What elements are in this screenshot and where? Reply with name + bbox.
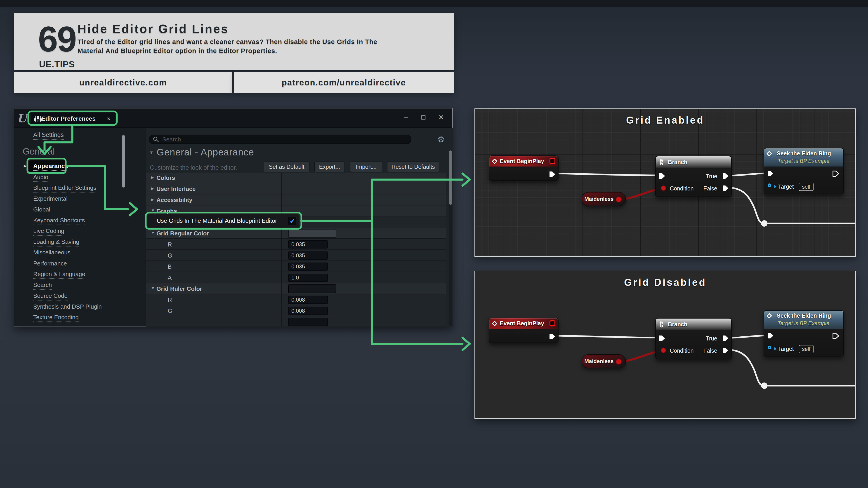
use-grids-checkbox[interactable]: ✔	[288, 217, 296, 225]
maidenless-variable-node[interactable]: Maidenless	[582, 354, 626, 368]
tab-editor-preferences[interactable]: Editor Preferences ×	[30, 113, 115, 124]
set-as-default-button[interactable]: Set as Default	[264, 162, 309, 172]
seek-elden-ring-node[interactable]: Seek the Elden Ring Target is BP Example…	[764, 148, 844, 194]
reroute-dot	[761, 383, 767, 389]
exec-out-pin[interactable]	[832, 170, 840, 177]
import-button[interactable]: Import...	[350, 162, 382, 172]
sidebar-item-source-code[interactable]: Source Code	[33, 292, 68, 300]
event-beginplay-node[interactable]: Event BeginPlay	[489, 318, 559, 343]
exec-out-pin[interactable]	[832, 332, 840, 340]
target-pin[interactable]	[768, 346, 771, 349]
sidebar-item-search[interactable]: Search	[33, 282, 52, 290]
search-input[interactable]	[162, 136, 365, 143]
target-self-value[interactable]: self	[799, 183, 813, 191]
sidebar-item-all-settings[interactable]: All Settings	[33, 131, 64, 140]
true-exec-pin[interactable]	[722, 334, 730, 342]
target-pin[interactable]	[768, 184, 771, 187]
value-field[interactable]	[288, 318, 328, 326]
variable-out-pin[interactable]	[616, 197, 622, 202]
target-pin-arrow-icon	[774, 347, 776, 350]
group-grid-ruler-color[interactable]: ▼ Grid Ruler Color	[146, 283, 446, 294]
exec-in-pin[interactable]	[658, 172, 666, 180]
value-field[interactable]: 0.035	[288, 252, 328, 260]
unreal-logo-icon: U	[17, 111, 27, 125]
sidebar-item-audio[interactable]: Audio	[33, 174, 49, 182]
value-field[interactable]: 0.035	[288, 263, 328, 271]
condition-pin[interactable]	[661, 186, 666, 191]
node-title: Seek the Elden Ring	[777, 313, 831, 319]
sidebar-item-texture-encoding[interactable]: Texture Encoding	[33, 314, 79, 322]
grid-enabled-panel: Grid Enabled Event BeginPlay	[474, 108, 856, 257]
event-node-header: Event BeginPlay	[489, 318, 558, 329]
reset-to-defaults-button[interactable]: Reset to Defaults	[387, 162, 439, 172]
node-subtitle: Target is BP Example	[778, 158, 829, 164]
sidebar-item-synthesis-dsp[interactable]: Synthesis and DSP Plugin	[33, 303, 102, 311]
tip-title: Hide Editor Grid Lines	[78, 22, 229, 36]
tab-close-icon[interactable]: ×	[107, 115, 111, 122]
prop-label: B	[168, 263, 172, 270]
branch-node[interactable]: Branch True Condition False	[655, 156, 732, 197]
group-grid-regular-color[interactable]: ▼ Grid Regular Color	[146, 228, 446, 239]
minimize-button[interactable]: –	[404, 113, 408, 121]
false-exec-pin[interactable]	[722, 347, 730, 354]
settings-rows: ▶ Colors ▶ User Interface ▶ Accessibilit…	[146, 173, 446, 326]
heading-expander-icon[interactable]: ▼	[149, 150, 154, 155]
sidebar-item-keyboard-shortcuts[interactable]: Keyboard Shortcuts	[33, 217, 85, 225]
condition-pin[interactable]	[661, 348, 666, 353]
node-title: Event BeginPlay	[500, 158, 544, 164]
exec-in-pin[interactable]	[658, 334, 666, 342]
value-field[interactable]: 0.008	[288, 307, 328, 315]
sidebar-item-performance[interactable]: Performance	[33, 260, 67, 268]
sidebar-scrollbar[interactable]	[122, 135, 125, 188]
use-grids-label: Use Grids In The Material And Blueprint …	[157, 217, 277, 224]
maximize-button[interactable]: □	[421, 113, 426, 121]
arrow-right-head-bottom	[463, 338, 470, 350]
seek-elden-ring-node[interactable]: Seek the Elden Ring Target is BP Example…	[764, 310, 844, 357]
function-node-header: Seek the Elden Ring Target is BP Example	[764, 311, 843, 329]
color-swatch[interactable]	[288, 229, 336, 238]
branch-node[interactable]: Branch True Condition False	[655, 318, 732, 359]
sidebar-item-loading-saving[interactable]: Loading & Saving	[33, 238, 79, 247]
value-field[interactable]: 0.035	[288, 240, 328, 249]
page-title: General - Appearance	[157, 147, 254, 158]
exec-in-pin[interactable]	[767, 170, 774, 177]
prop-row-r: R 0.035	[146, 239, 446, 250]
main-scrollbar-thumb[interactable]	[449, 151, 452, 205]
sidebar-item-region-language[interactable]: Region & Language	[33, 271, 85, 279]
link-patreon[interactable]: patreon.com/unrealdirective	[234, 72, 454, 93]
maidenless-variable-node[interactable]: Maidenless	[582, 192, 626, 206]
sidebar-item-miscellaneous[interactable]: Miscellaneous	[33, 249, 70, 257]
true-exec-pin[interactable]	[722, 172, 730, 180]
value-field[interactable]: 1.0	[288, 273, 328, 282]
color-swatch[interactable]	[288, 285, 336, 293]
node-title: Seek the Elden Ring	[777, 150, 831, 157]
exec-out-pin[interactable]	[549, 332, 556, 340]
event-badge-icon	[550, 158, 555, 164]
page-subtitle: Customize the look of the editor.	[150, 164, 237, 171]
false-pin-label: False	[704, 185, 717, 192]
function-icon	[766, 151, 772, 156]
search-box[interactable]	[149, 135, 411, 144]
event-beginplay-node[interactable]: Event BeginPlay	[489, 156, 559, 181]
section-accessibility[interactable]: ▶ Accessibility	[146, 195, 446, 205]
link-unrealdirective[interactable]: unrealdirective.com	[14, 72, 232, 93]
sidebar-item-appearance[interactable]: Appearance	[33, 163, 68, 171]
sidebar-item-blueprint-editor-settings[interactable]: Blueprint Editor Settings	[33, 184, 96, 193]
section-label: User Interface	[156, 186, 195, 193]
exec-out-pin[interactable]	[549, 170, 556, 178]
export-button[interactable]: Export...	[314, 162, 345, 172]
use-grids-row[interactable]: Use Grids In The Material And Blueprint …	[146, 215, 299, 228]
close-button[interactable]: ✕	[438, 113, 444, 121]
sidebar-item-global[interactable]: Global	[33, 206, 50, 214]
target-self-value[interactable]: self	[799, 345, 813, 353]
sidebar-item-experimental[interactable]: Experimental	[33, 195, 68, 203]
exec-in-pin[interactable]	[767, 332, 774, 339]
section-user-interface[interactable]: ▶ User Interface	[146, 184, 446, 194]
section-colors[interactable]: ▶ Colors	[146, 173, 446, 183]
variable-out-pin[interactable]	[616, 359, 622, 365]
value-field[interactable]: 0.008	[288, 296, 328, 304]
gear-icon[interactable]: ⚙	[437, 135, 445, 144]
false-exec-pin[interactable]	[722, 184, 730, 192]
prop-row-b: B 0.035	[146, 261, 446, 272]
sidebar-item-live-coding[interactable]: Live Coding	[33, 228, 64, 236]
